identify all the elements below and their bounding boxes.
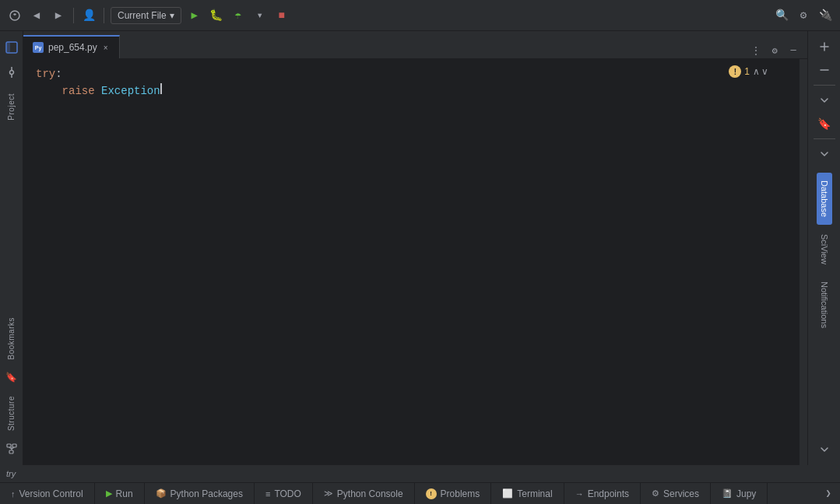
tab-settings-icon[interactable]: ⚙ (767, 43, 782, 58)
toolbar-separator-1 (73, 8, 74, 23)
run-icon: ▶ (106, 488, 112, 499)
code-editor[interactable]: try: raise Exception (23, 59, 800, 465)
sidebar-top-icon[interactable] (0, 36, 23, 59)
left-sidebar: Project Bookmarks 🔖 Structure (0, 31, 23, 465)
keyword-raise: raise (62, 82, 95, 100)
sidebar-bottom-section: Bookmarks 🔖 Structure (0, 311, 23, 465)
bottom-tab-python-console[interactable]: ≫ Python Console (313, 483, 415, 504)
svg-rect-7 (12, 444, 16, 447)
bottom-right: ❯ (817, 483, 840, 504)
run-config-dropdown-icon: ▾ (170, 10, 174, 21)
rpanel-divider-1 (814, 85, 835, 86)
run-label: Run (116, 488, 133, 499)
right-tab-sciview[interactable]: SciView (817, 226, 832, 272)
sidebar-commit-icon[interactable] (0, 61, 23, 84)
main-area: Project Bookmarks 🔖 Structure (0, 31, 840, 465)
python-packages-icon: 📦 (156, 488, 167, 499)
bottom-tab-endpoints[interactable]: → Endpoints (564, 483, 641, 504)
warning-count: 1 (744, 66, 750, 77)
svg-point-3 (9, 71, 13, 75)
sidebar-project-label[interactable]: Project (7, 87, 16, 127)
tab-filename: pep_654.py (48, 42, 97, 53)
jupy-label: Jupy (736, 488, 756, 499)
editor-warning-bar: ! 1 ∧ ∨ (729, 65, 768, 78)
right-panel-top: 🔖 (808, 31, 840, 170)
keyword-try: try (36, 65, 55, 82)
sidebar-bookmark-icon[interactable]: 🔖 (0, 366, 23, 390)
problems-label: Problems (441, 488, 480, 499)
stop-button[interactable]: ■ (273, 7, 290, 24)
rpanel-collapse-icon[interactable] (812, 59, 837, 81)
text-cursor (160, 83, 162, 94)
right-panel-bottom (808, 434, 840, 465)
rpanel-scroll-down-icon[interactable] (812, 439, 837, 460)
rpanel-down-icon[interactable] (812, 89, 837, 111)
warning-icon: ! (729, 65, 741, 78)
run-config-button[interactable]: Current File ▾ (111, 7, 181, 24)
version-control-icon: ↑ (11, 489, 16, 499)
services-icon: ⚙ (652, 488, 659, 499)
warning-prev-btn[interactable]: ∧ (753, 66, 760, 77)
bottom-tab-terminal[interactable]: ⬜ Terminal (491, 483, 564, 504)
endpoints-icon: → (575, 489, 584, 499)
rpanel-down2-icon[interactable] (812, 143, 837, 165)
bottom-tab-jupy[interactable]: 📓 Jupy (711, 483, 768, 504)
class-exception: Exception (101, 82, 160, 100)
tab-pep654[interactable]: Py pep_654.py × (23, 35, 120, 58)
todo-icon: ≡ (265, 489, 270, 499)
bottom-tab-todo[interactable]: ≡ TODO (255, 483, 313, 504)
bottom-toolbar: ↑ Version Control ▶ Run 📦 Python Package… (0, 482, 840, 504)
editor-area: Py pep_654.py × ⋮ ⚙ — try: raise Excepti… (23, 31, 807, 465)
sidebar-bookmarks-label[interactable]: Bookmarks (7, 311, 16, 366)
bottom-tab-problems[interactable]: ! Problems (415, 483, 492, 504)
tab-file-icon: Py (33, 42, 44, 53)
toolbar-separator-2 (104, 8, 104, 23)
svg-rect-6 (7, 444, 11, 447)
python-console-icon: ≫ (324, 488, 333, 499)
tab-more-icon[interactable]: ⋮ (748, 43, 764, 58)
settings-icon[interactable]: ⚙ (795, 7, 812, 24)
bottom-expand-button[interactable]: ❯ (817, 483, 840, 504)
todo-label: TODO (274, 488, 301, 499)
python-packages-label: Python Packages (170, 488, 243, 499)
plugin-icon[interactable]: 🔌 (817, 7, 834, 24)
toolbar-right: 🔍 ⚙ 🔌 (773, 7, 834, 24)
tab-close-button[interactable]: × (102, 42, 110, 54)
sidebar-structure-label[interactable]: Structure (7, 390, 16, 437)
sidebar-structure-icon[interactable] (0, 437, 23, 460)
debug-button[interactable]: 🐛 (208, 7, 225, 24)
warning-next-btn[interactable]: ∨ (761, 66, 768, 77)
search-everywhere-icon[interactable]: 🔍 (773, 7, 790, 24)
version-control-label: Version Control (19, 488, 83, 499)
code-line-2: raise Exception (36, 82, 800, 100)
main-toolbar: ◀ ▶ 👤 Current File ▾ ▶ 🐛 ☂ ▾ ■ 🔍 ⚙ 🔌 (0, 0, 840, 31)
python-console-label: Python Console (337, 488, 403, 499)
bottom-tab-version-control[interactable]: ↑ Version Control (0, 483, 95, 504)
rpanel-divider-2 (814, 138, 835, 139)
forward-icon[interactable]: ▶ (50, 7, 67, 24)
user-icon[interactable]: 👤 (80, 7, 97, 24)
problems-warning-badge: ! (426, 488, 437, 499)
right-panel: 🔖 Database SciView Notifications (807, 31, 840, 465)
rpanel-bookmark-icon[interactable]: 🔖 (812, 113, 837, 135)
nav-menu-icon[interactable] (6, 7, 23, 24)
editor-content: try: raise Exception ! 1 ∧ ∨ (23, 59, 807, 465)
profile-button[interactable]: ▾ (251, 7, 269, 24)
right-tab-database[interactable]: Database (817, 173, 832, 225)
run-button[interactable]: ▶ (186, 7, 203, 24)
bottom-tab-services[interactable]: ⚙ Services (641, 483, 711, 504)
right-tab-notifications[interactable]: Notifications (817, 274, 832, 336)
terminal-label: Terminal (517, 488, 552, 499)
back-icon[interactable]: ◀ (28, 7, 45, 24)
code-line-1: try: (36, 65, 800, 82)
status-context-text: try (6, 469, 16, 478)
bottom-tab-run[interactable]: ▶ Run (95, 483, 145, 504)
bottom-tab-python-packages[interactable]: 📦 Python Packages (145, 483, 255, 504)
right-side-tabs: Database SciView Notifications (808, 170, 840, 434)
endpoints-label: Endpoints (588, 488, 629, 499)
terminal-icon: ⬜ (502, 488, 513, 499)
bottom-status-bar: try (0, 465, 840, 482)
tab-minimize-icon[interactable]: — (786, 43, 801, 58)
coverage-button[interactable]: ☂ (230, 7, 247, 24)
rpanel-expand-icon[interactable] (812, 36, 837, 58)
